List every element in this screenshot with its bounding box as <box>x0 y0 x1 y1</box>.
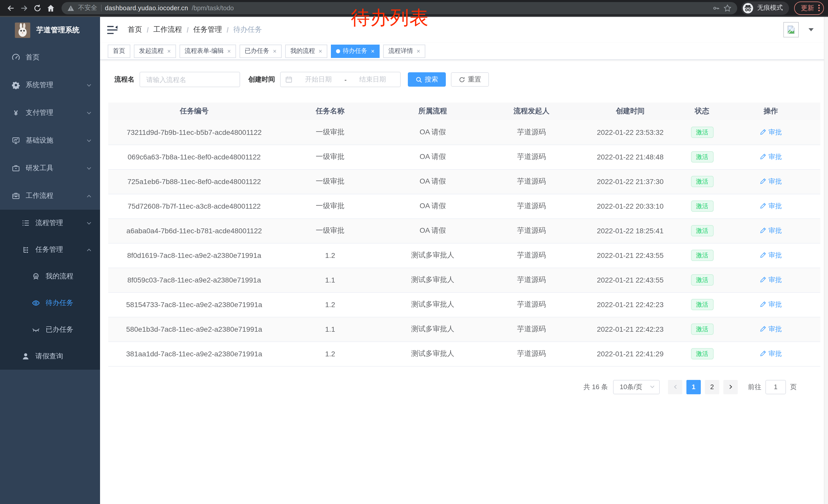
next-page-button[interactable] <box>723 380 738 394</box>
sidebar-item[interactable]: 基础设施 <box>0 127 100 154</box>
breadcrumb-item[interactable]: 首页/ <box>128 25 153 34</box>
breadcrumb-item[interactable]: 任务管理/ <box>194 25 234 34</box>
approve-link[interactable]: 审批 <box>760 177 782 186</box>
scrollbar[interactable] <box>824 17 828 504</box>
start-date-placeholder[interactable]: 开始日期 <box>295 75 341 84</box>
tab-close-icon[interactable]: × <box>167 47 171 55</box>
cell-task-id: 069c6a63-7b8a-11ec-8ef0-acde48001122 <box>108 145 280 169</box>
tab-close-icon[interactable]: × <box>371 47 374 55</box>
cell-task-id: a6aba0a4-7b6d-11ec-b781-acde48001122 <box>108 218 280 243</box>
cell-starter: 芋道源码 <box>485 169 578 194</box>
approve-link[interactable]: 审批 <box>760 251 782 260</box>
view-tab[interactable]: 待办任务 × <box>331 44 380 58</box>
screen: 不安全 dashboard.yudao.iocoder.cn/bpm/task/… <box>0 0 828 504</box>
home-icon <box>47 4 55 12</box>
avatar[interactable] <box>783 22 799 37</box>
update-label[interactable]: 更新 <box>801 3 814 12</box>
yen-icon: ¥ <box>12 109 20 117</box>
tab-label: 待办任务 <box>343 47 367 55</box>
navbar-actions <box>691 22 821 37</box>
approve-link[interactable]: 审批 <box>760 127 782 137</box>
cell-task-name: 1.2 <box>280 341 380 366</box>
approve-link[interactable]: 审批 <box>760 275 782 284</box>
cell-task-id: 58154733-7ac8-11ec-a9e2-a2380e71991a <box>108 292 280 317</box>
sidebar-item[interactable]: 系统管理 <box>0 71 100 99</box>
url-host[interactable]: dashboard.yudao.iocoder.cn <box>105 4 188 11</box>
table-row: 580e1b3d-7ac8-11ec-a9e2-a2380e71991a 1.1… <box>108 317 820 341</box>
view-tab[interactable]: 发起流程 × <box>134 44 176 58</box>
status-badge: 激活 <box>691 348 713 360</box>
cell-starter: 芋道源码 <box>485 145 578 169</box>
view-tab[interactable]: 流程详情 × <box>383 44 425 58</box>
prev-page-button[interactable] <box>668 380 682 394</box>
breadcrumb-item[interactable]: 待办任务 <box>233 25 262 34</box>
sidebar-subitem[interactable]: 流程管理 <box>0 210 100 236</box>
sidebar-item[interactable]: ¥ 支付管理 <box>0 99 100 127</box>
sidebar-subitem[interactable]: 请假查询 <box>0 343 100 370</box>
sidebar-subitem-label: 流程管理 <box>35 218 63 228</box>
incognito-badge: 无痕模式 <box>741 1 789 15</box>
tab-close-icon[interactable]: × <box>227 47 231 55</box>
approve-link[interactable]: 审批 <box>760 300 782 309</box>
edit-icon <box>760 203 767 210</box>
app-logo[interactable]: 芋道管理系统 <box>0 17 100 44</box>
col-task-id: 任务编号 <box>108 102 280 120</box>
reset-button[interactable]: 重置 <box>451 72 489 87</box>
sidebar-subitem[interactable]: 待办任务 <box>0 290 100 316</box>
bunny-logo <box>15 22 30 38</box>
tab-label: 首页 <box>113 47 125 55</box>
approve-link[interactable]: 审批 <box>760 152 782 162</box>
chevron-right-icon <box>728 384 733 390</box>
col-process: 所属流程 <box>380 102 485 120</box>
approve-link[interactable]: 审批 <box>760 226 782 235</box>
sidebar-subitem[interactable]: 任务管理 <box>0 236 100 263</box>
security-label[interactable]: 不安全 <box>78 4 97 12</box>
sidebar-item[interactable]: 工作流程 <box>0 182 100 210</box>
list-icon <box>22 219 30 227</box>
search-button[interactable]: 搜索 <box>408 72 446 87</box>
edit-icon <box>760 252 767 259</box>
sidebar-submenu: 流程管理 任务管理 我的流程 待办任务 <box>0 210 100 370</box>
date-range-picker[interactable]: 开始日期 - 结束日期 <box>280 72 401 87</box>
page-number-button[interactable]: 2 <box>705 380 719 394</box>
sidebar-item-label: 系统管理 <box>26 81 53 90</box>
breadcrumb-separator: / <box>227 26 229 34</box>
page-size-select[interactable]: 10条/页 <box>613 380 660 394</box>
view-tab[interactable]: 流程表单-编辑 × <box>179 44 236 58</box>
browser-menu-icon[interactable] <box>818 5 820 11</box>
col-create-time: 创建时间 <box>578 102 683 120</box>
browser-update-button[interactable]: 更新 <box>794 1 824 15</box>
col-actions: 操作 <box>721 102 820 120</box>
url-path[interactable]: /bpm/task/todo <box>192 4 234 11</box>
incognito-label: 无痕模式 <box>757 4 783 12</box>
tab-close-icon[interactable]: × <box>319 47 322 55</box>
tab-close-icon[interactable]: × <box>417 47 420 55</box>
view-tab[interactable]: 我的流程 × <box>285 44 327 58</box>
cell-task-name: 1.2 <box>280 292 380 317</box>
table-row: 8f059c03-7ac8-11ec-a9e2-a2380e71991a 1.1… <box>108 268 820 292</box>
tab-close-icon[interactable]: × <box>273 47 277 55</box>
end-date-placeholder[interactable]: 结束日期 <box>349 75 396 84</box>
approve-link[interactable]: 审批 <box>760 201 782 211</box>
process-name-input[interactable] <box>139 72 240 87</box>
goto-page-input[interactable] <box>765 380 786 394</box>
edit-icon <box>760 351 767 357</box>
cell-task-id: 73211d9d-7b9b-11ec-b5b7-acde48001122 <box>108 120 280 145</box>
gear-icon <box>12 81 20 89</box>
sidebar-subitem[interactable]: 已办任务 <box>0 316 100 343</box>
sidebar-item[interactable]: 首页 <box>0 44 100 71</box>
approve-link[interactable]: 审批 <box>760 349 782 358</box>
sidebar-collapse-icon[interactable] <box>107 26 118 34</box>
status-badge: 激活 <box>691 299 713 311</box>
approve-link[interactable]: 审批 <box>760 325 782 334</box>
page-number-button[interactable]: 1 <box>687 380 701 394</box>
key-icon[interactable] <box>713 4 720 11</box>
bookmark-star-icon[interactable] <box>723 4 732 12</box>
view-tab[interactable]: 已办任务 × <box>240 44 282 58</box>
avatar-caret-icon[interactable] <box>809 28 814 31</box>
view-tab[interactable]: 首页 <box>108 44 130 58</box>
sidebar-subitem[interactable]: 我的流程 <box>0 263 100 290</box>
sidebar-item[interactable]: 研发工具 <box>0 154 100 182</box>
breadcrumb-item[interactable]: 工作流程/ <box>153 25 194 34</box>
cell-process: 测试多审批人 <box>380 268 485 292</box>
